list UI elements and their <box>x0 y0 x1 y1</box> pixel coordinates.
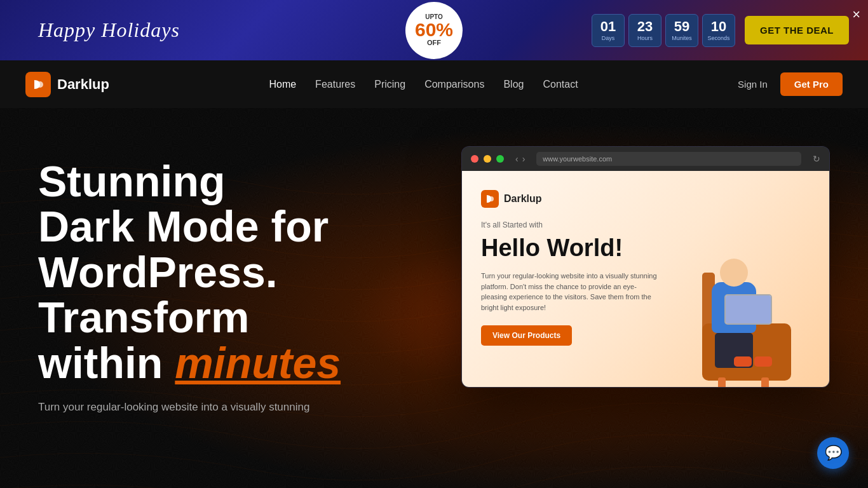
shoe-left <box>734 356 752 367</box>
get-pro-button[interactable]: Get Pro <box>780 72 843 96</box>
chair-leg1 <box>718 377 726 388</box>
svg-point-1 <box>489 196 494 201</box>
nav-home-link[interactable]: Home <box>269 79 296 90</box>
logo-area[interactable]: Darklup <box>25 72 109 97</box>
nav-home[interactable]: Home <box>269 79 296 90</box>
logo-icon <box>25 72 51 97</box>
banner-title: Happy Holidays <box>38 18 180 42</box>
countdown-seconds: 10 Seconds <box>702 14 735 47</box>
inner-figure <box>689 228 830 388</box>
hours-label: Hours <box>637 35 653 41</box>
chair-leg2 <box>761 377 769 388</box>
seconds-value: 10 <box>711 19 726 34</box>
url-text: www.yourwebsite.com <box>543 155 612 163</box>
promo-banner: Happy Holidays UPTO 60% OFF 01 Days 23 H… <box>0 0 868 60</box>
nav-contact-link[interactable]: Contact <box>543 79 578 90</box>
hero-title-line4: Transform <box>38 293 250 341</box>
discount-percent: 60% <box>415 20 453 39</box>
nav-blog[interactable]: Blog <box>503 79 524 90</box>
hours-value: 23 <box>637 19 653 34</box>
browser-mockup: ‹ › www.yourwebsite.com ↻ Darklup <box>461 146 830 388</box>
nav-pricing[interactable]: Pricing <box>374 79 405 90</box>
nav-features-link[interactable]: Features <box>315 79 355 90</box>
banner-right: 01 Days 23 Hours 59 Munites 10 Seconds G… <box>592 14 849 47</box>
hero-title-highlight: minutes <box>175 339 341 387</box>
hero-left: Stunning Dark Mode for WordPress. Transf… <box>38 146 461 416</box>
countdown-timer: 01 Days 23 Hours 59 Munites 10 Seconds <box>592 14 735 47</box>
browser-back-icon[interactable]: ‹ <box>515 154 519 164</box>
nav-right: Sign In Get Pro <box>738 72 843 96</box>
nav-features[interactable]: Features <box>315 79 355 90</box>
inner-logo-text: Darklup <box>504 193 542 205</box>
svg-point-0 <box>37 81 43 88</box>
nav-contact[interactable]: Contact <box>543 79 578 90</box>
browser-refresh-icon[interactable]: ↻ <box>813 154 820 164</box>
discount-badge: UPTO 60% OFF <box>405 2 463 59</box>
inner-logo: Darklup <box>481 190 810 208</box>
nav-links: Home Features Pricing Comparisons Blog C… <box>269 79 578 90</box>
days-label: Days <box>602 35 615 41</box>
hero-subtitle: Turn your regular-looking website into a… <box>38 398 369 416</box>
nav-comparisons-link[interactable]: Comparisons <box>424 79 484 90</box>
hero-section: Stunning Dark Mode for WordPress. Transf… <box>0 108 868 488</box>
minutes-label: Munites <box>672 35 692 41</box>
hero-title-line5: within <box>38 339 163 387</box>
inner-desc: Turn your regular-looking website into a… <box>481 271 659 313</box>
sign-in-button[interactable]: Sign In <box>738 79 768 90</box>
hero-title-line3: WordPress. <box>38 248 278 296</box>
chat-button[interactable]: 💬 <box>817 437 849 469</box>
countdown-days: 01 Days <box>592 14 625 47</box>
hero-right: ‹ › www.yourwebsite.com ↻ Darklup <box>461 146 830 388</box>
url-bar: www.yourwebsite.com <box>536 152 801 166</box>
inner-view-products-button[interactable]: View Our Products <box>481 325 572 346</box>
browser-dot-green <box>496 155 504 163</box>
browser-dot-yellow <box>484 155 491 163</box>
countdown-hours: 23 Hours <box>628 14 661 47</box>
nav-blog-link[interactable]: Blog <box>503 79 524 90</box>
person-laptop <box>724 294 772 325</box>
browser-dot-red <box>471 155 478 163</box>
hero-title-line1: Stunning <box>38 157 226 205</box>
hero-title-line2: Dark Mode for <box>38 202 329 250</box>
logo-text: Darklup <box>57 76 109 93</box>
shoe-right <box>754 356 772 367</box>
chat-icon: 💬 <box>825 445 842 461</box>
days-value: 01 <box>600 19 616 34</box>
hero-title: Stunning Dark Mode for WordPress. Transf… <box>38 159 461 386</box>
laptop-screen <box>726 295 771 323</box>
figure-person <box>689 228 817 381</box>
person-legs <box>715 333 753 368</box>
person-head <box>720 259 748 287</box>
seconds-label: Seconds <box>707 35 729 41</box>
browser-forward-icon[interactable]: › <box>522 154 526 164</box>
navbar: Darklup Home Features Pricing Comparison… <box>0 60 868 108</box>
nav-pricing-link[interactable]: Pricing <box>374 79 405 90</box>
close-banner-button[interactable]: × <box>852 8 860 22</box>
minutes-value: 59 <box>674 19 689 34</box>
get-deal-button[interactable]: GET THE DEAL <box>745 16 849 44</box>
inner-logo-icon <box>481 190 499 208</box>
browser-bar: ‹ › www.yourwebsite.com ↻ <box>462 147 829 171</box>
countdown-minutes: 59 Munites <box>665 14 698 47</box>
discount-badge-container: UPTO 60% OFF <box>405 2 463 59</box>
browser-controls: ‹ › <box>515 154 525 164</box>
browser-content: Darklup It's all Started with Hello Worl… <box>462 171 829 387</box>
nav-comparisons[interactable]: Comparisons <box>424 79 484 90</box>
discount-off: OFF <box>427 39 441 46</box>
